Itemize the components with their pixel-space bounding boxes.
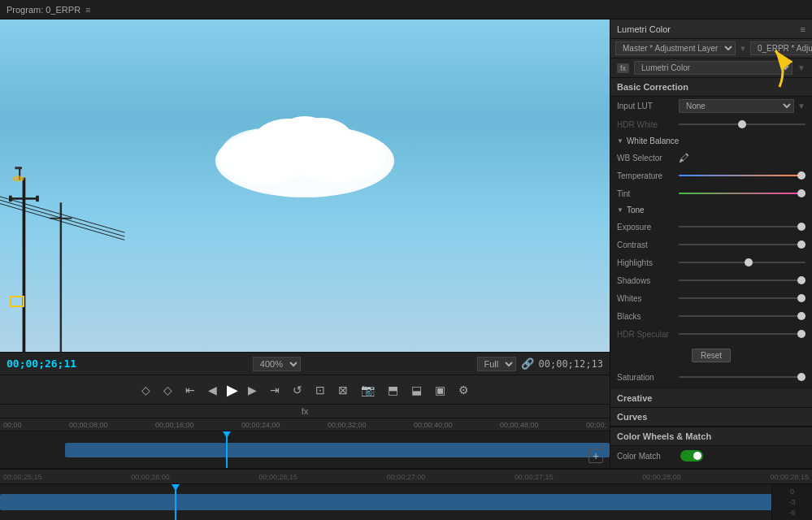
tone-label: Tone bbox=[627, 206, 645, 214]
timeline-ruler: 00;00 00;00;08;00 00;00;16;00 00;00;24;0… bbox=[0, 418, 610, 431]
wb-selector-label: WB Selector bbox=[617, 154, 675, 162]
go-in-button[interactable]: ⇤ bbox=[182, 382, 198, 398]
insert-button[interactable]: ⊡ bbox=[312, 382, 328, 398]
match-frame-button[interactable]: ⬓ bbox=[408, 382, 425, 398]
mark-out-button[interactable]: ◇ bbox=[160, 382, 176, 398]
video-bottom-bar: 00;00;26;11 400% 200% 100% Fit Full 1/2 … bbox=[0, 352, 610, 375]
timecode-left: 00;00;26;11 bbox=[7, 358, 76, 370]
shadows-slider[interactable] bbox=[679, 280, 805, 281]
saturation-label: Saturation bbox=[617, 373, 675, 382]
reset-button[interactable]: Reset bbox=[692, 349, 731, 362]
program-menu-icon[interactable]: ≡ bbox=[85, 5, 90, 15]
tint-slider[interactable] bbox=[679, 193, 805, 194]
svg-rect-7 bbox=[10, 197, 37, 199]
saturation-slider[interactable] bbox=[679, 376, 805, 378]
zoom-control: 400% 200% 100% Fit bbox=[253, 357, 301, 371]
yellow-highlight-box bbox=[10, 296, 24, 307]
add-track-button[interactable]: + bbox=[588, 448, 603, 463]
tint-thumb bbox=[797, 189, 805, 197]
bottom-track: 0 -3 -6 bbox=[0, 484, 812, 520]
waveform-val-3: -3 bbox=[788, 498, 795, 506]
settings-button[interactable]: ⚙ bbox=[455, 382, 472, 398]
lumetri-fx-row: fx Lumetri Color ▼ bbox=[610, 58, 812, 78]
shadows-label: Shadows bbox=[617, 276, 675, 285]
contrast-thumb bbox=[797, 240, 805, 249]
hdr-white-thumb-1 bbox=[738, 120, 746, 128]
step-back-button[interactable]: ◀ bbox=[205, 382, 220, 398]
hdr-white-slider-1[interactable] bbox=[679, 124, 805, 125]
main-content: 00;00;26;11 400% 200% 100% Fit Full 1/2 … bbox=[0, 20, 812, 468]
face-detection-row: ✓ Face Detection bbox=[610, 466, 812, 468]
exposure-slider[interactable] bbox=[679, 226, 805, 228]
timeline-tracks bbox=[0, 431, 610, 468]
curves-section[interactable]: Curves bbox=[610, 408, 812, 427]
video-sky-bg bbox=[0, 20, 610, 352]
ruler-mark-7: 00;00; bbox=[586, 421, 606, 429]
bottom-mark-5: 00;00;28;00 bbox=[642, 473, 681, 481]
hdr-specular-slider[interactable] bbox=[679, 333, 805, 335]
program-title: Program: 0_ERPR bbox=[7, 5, 80, 15]
fx-label: fx bbox=[302, 406, 309, 416]
loop-button[interactable]: ↺ bbox=[289, 382, 306, 398]
fx-badge: fx bbox=[617, 63, 629, 73]
input-lut-label: Input LUT bbox=[617, 102, 675, 110]
svg-point-5 bbox=[276, 116, 333, 157]
color-match-label: Color Match bbox=[617, 452, 675, 461]
white-balance-header[interactable]: ▼ White Balance bbox=[610, 133, 812, 149]
clip-button[interactable]: ⬒ bbox=[384, 382, 402, 398]
ruler-mark-1: 00;00;08;00 bbox=[69, 421, 108, 429]
shadows-row: Shadows bbox=[610, 271, 812, 289]
mark-in-button[interactable]: ◇ bbox=[138, 382, 154, 398]
lumetri-panel: Lumetri Color ≡ Master * Adjustment Laye… bbox=[610, 20, 812, 468]
video-preview bbox=[0, 20, 610, 352]
blacks-slider[interactable] bbox=[679, 315, 805, 317]
whites-slider[interactable] bbox=[679, 297, 805, 299]
quality-dropdown[interactable]: Full 1/2 1/4 bbox=[477, 357, 516, 371]
waveform-val-6: -6 bbox=[788, 509, 795, 517]
svg-point-17 bbox=[12, 176, 24, 181]
white-balance-label: White Balance bbox=[627, 136, 679, 145]
selector-chevron: ▼ bbox=[739, 44, 747, 53]
color-match-row: Color Match bbox=[610, 446, 812, 466]
color-wheels-section[interactable]: Color Wheels & Match bbox=[610, 427, 812, 446]
contrast-slider[interactable] bbox=[679, 244, 805, 245]
temperature-row: Temperature bbox=[610, 167, 812, 184]
bottom-area: 00;00;25;15 00;00;26;00 00;00;26;15 00;0… bbox=[0, 468, 812, 520]
overwrite-button[interactable]: ⊠ bbox=[335, 382, 351, 398]
color-match-toggle[interactable] bbox=[680, 450, 703, 462]
contrast-label: Contrast bbox=[617, 240, 675, 249]
highlights-label: Highlights bbox=[617, 258, 675, 267]
go-out-button[interactable]: ⇥ bbox=[267, 382, 283, 398]
whites-row: Whites bbox=[610, 289, 812, 307]
tone-chevron: ▼ bbox=[617, 206, 623, 214]
hdr-specular-thumb bbox=[797, 330, 805, 338]
playhead-marker bbox=[223, 431, 231, 438]
master-track-dropdown[interactable]: Master * Adjustment Layer bbox=[615, 41, 736, 55]
input-lut-dropdown[interactable]: None bbox=[679, 99, 794, 113]
hdr-white-label-1: HDR White bbox=[617, 120, 675, 129]
zoom-dropdown[interactable]: 400% 200% 100% Fit bbox=[253, 357, 301, 371]
lumetri-content[interactable]: Basic Correction Input LUT None ▼ HDR Wh… bbox=[610, 78, 812, 468]
multi-cam-button[interactable]: ▣ bbox=[432, 382, 449, 398]
blacks-thumb bbox=[797, 312, 805, 320]
tint-row: Tint bbox=[610, 184, 812, 202]
tone-header[interactable]: ▼ Tone bbox=[610, 202, 812, 218]
fx-name-dropdown[interactable]: Lumetri Color bbox=[634, 61, 792, 75]
creative-section[interactable]: Creative bbox=[610, 389, 812, 408]
temperature-slider[interactable] bbox=[679, 175, 805, 176]
lumetri-menu-icon[interactable]: ≡ bbox=[801, 24, 805, 34]
lut-chevron: ▼ bbox=[797, 102, 805, 110]
highlights-slider[interactable] bbox=[679, 262, 805, 263]
play-button[interactable]: ▶ bbox=[227, 381, 238, 399]
ruler-mark-6: 00;00;48;00 bbox=[500, 421, 539, 429]
powerlines-svg bbox=[0, 153, 244, 352]
contrast-row: Contrast bbox=[610, 236, 812, 254]
highlights-row: Highlights bbox=[610, 254, 812, 271]
lumetri-selector-row: Master * Adjustment Layer ▼ 0_ERPR * Adj… bbox=[610, 39, 812, 58]
eyedropper-icon[interactable]: 🖍 bbox=[679, 152, 689, 164]
clip-track-dropdown[interactable]: 0_ERPR * Adjustment Layer bbox=[750, 41, 812, 55]
export-frame-button[interactable]: 📷 bbox=[358, 382, 378, 398]
step-forward-button[interactable]: ▶ bbox=[245, 382, 260, 398]
waveform-val-0: 0 bbox=[790, 488, 794, 496]
bottom-mark-3: 00;00;27;00 bbox=[387, 473, 426, 481]
